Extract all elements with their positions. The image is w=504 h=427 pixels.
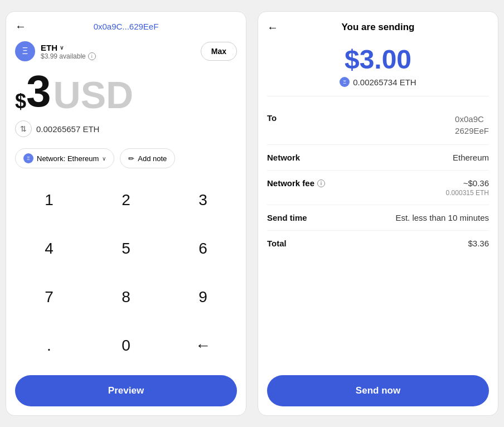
token-info: Ξ ETH ∨ $3.99 available i [15, 41, 96, 61]
send-time-row: Send time Est. less than 10 minutes [267, 205, 489, 231]
back-button-right[interactable]: ← [267, 21, 278, 34]
available-balance: $3.99 available i [41, 52, 96, 60]
network-label: Network: Ethereum [37, 154, 99, 163]
network-fee-label-block: Network fee i [267, 178, 325, 188]
wallet-address[interactable]: 0x0a9C...629EeF [94, 22, 159, 31]
to-label: To [267, 113, 277, 123]
network-selector[interactable]: Ξ Network: Ethereum ∨ [15, 148, 114, 168]
dollar-sign: $ [15, 91, 26, 111]
numpad-6[interactable]: 6 [164, 225, 241, 273]
numpad-1[interactable]: 1 [11, 176, 88, 225]
network-fee-value-block: ~$0.36 0.000315 ETH [446, 178, 489, 197]
eth-logo-icon: Ξ [15, 41, 35, 61]
details-section: To 0x0a9C 2629EeF Network Ethereum Netwo… [258, 96, 498, 366]
numpad-9[interactable]: 9 [164, 273, 241, 322]
right-title: You are sending [342, 22, 415, 33]
network-fee-eth: 0.000315 ETH [446, 189, 489, 197]
network-fee-usd: ~$0.36 [446, 178, 489, 188]
numpad-2[interactable]: 2 [88, 176, 164, 225]
numpad-8[interactable]: 8 [88, 273, 164, 322]
network-eth-icon: Ξ [23, 153, 33, 163]
eth-icon-right: Ξ [340, 77, 350, 87]
token-name-section: ETH ∨ $3.99 available i [41, 43, 96, 60]
eth-conversion-amount: 0.00265657 ETH [36, 124, 99, 134]
usd-label: USD [54, 76, 134, 114]
numpad-5[interactable]: 5 [88, 225, 164, 273]
add-note-button[interactable]: ✏ Add note [120, 148, 175, 168]
total-label: Total [267, 239, 287, 248]
total-row: Total $3.36 [267, 231, 489, 256]
info-icon[interactable]: i [88, 52, 96, 60]
preview-button[interactable]: Preview [15, 375, 237, 406]
send-time-label: Send time [267, 213, 307, 222]
numpad-backspace[interactable]: ← [164, 321, 241, 370]
max-button[interactable]: Max [201, 42, 237, 61]
network-fee-info-icon[interactable]: i [317, 179, 325, 187]
numpad-dot[interactable]: . [11, 321, 88, 370]
token-symbol: ETH [41, 43, 57, 52]
network-detail-label: Network [267, 153, 300, 162]
left-screen: ← 0x0a9C...629EeF Ξ ETH ∨ $3.99 availabl… [6, 11, 246, 416]
back-button-left[interactable]: ← [15, 20, 26, 33]
amount-display: $ 3 USD [6, 64, 246, 116]
add-note-label: Add note [138, 154, 167, 163]
pencil-icon: ✏ [128, 154, 134, 163]
numpad-4[interactable]: 4 [11, 225, 88, 273]
swap-icon[interactable]: ⇅ [15, 120, 32, 137]
left-header: ← 0x0a9C...629EeF [6, 12, 246, 37]
token-row: Ξ ETH ∨ $3.99 available i Max [6, 37, 246, 64]
to-address-line1: 0x0a9C [455, 113, 489, 125]
to-address-line2: 2629EeF [455, 125, 489, 137]
options-row: Ξ Network: Ethereum ∨ ✏ Add note [6, 144, 246, 176]
amount-number: 3 [26, 69, 51, 114]
to-address-block: 0x0a9C 2629EeF [455, 113, 489, 137]
network-chevron-icon: ∨ [102, 156, 106, 162]
right-header: ← You are sending [258, 12, 498, 38]
token-selector[interactable]: ETH ∨ [41, 43, 96, 52]
total-value: $3.36 [468, 239, 489, 248]
numpad: 1 2 3 4 5 6 7 8 9 . 0 ← [6, 176, 246, 370]
network-fee-text: Network fee [267, 178, 314, 188]
send-now-button[interactable]: Send now [267, 375, 489, 406]
right-screen: ← You are sending $3.00 Ξ 0.00265734 ETH… [258, 11, 498, 416]
send-amount-eth-row: Ξ 0.00265734 ETH [258, 77, 498, 96]
numpad-7[interactable]: 7 [11, 273, 88, 322]
send-amount-eth-value: 0.00265734 ETH [353, 77, 416, 87]
network-detail-value: Ethereum [453, 153, 489, 162]
network-fee-row: Network fee i ~$0.36 0.000315 ETH [267, 171, 489, 205]
token-chevron-icon: ∨ [60, 45, 64, 51]
numpad-3[interactable]: 3 [164, 176, 241, 225]
eth-conversion-row: ⇅ 0.00265657 ETH [6, 116, 246, 144]
to-row: To 0x0a9C 2629EeF [267, 105, 489, 145]
send-time-value: Est. less than 10 minutes [395, 213, 489, 222]
network-row: Network Ethereum [267, 145, 489, 171]
send-amount-usd: $3.00 [258, 38, 498, 77]
numpad-0[interactable]: 0 [88, 321, 164, 370]
